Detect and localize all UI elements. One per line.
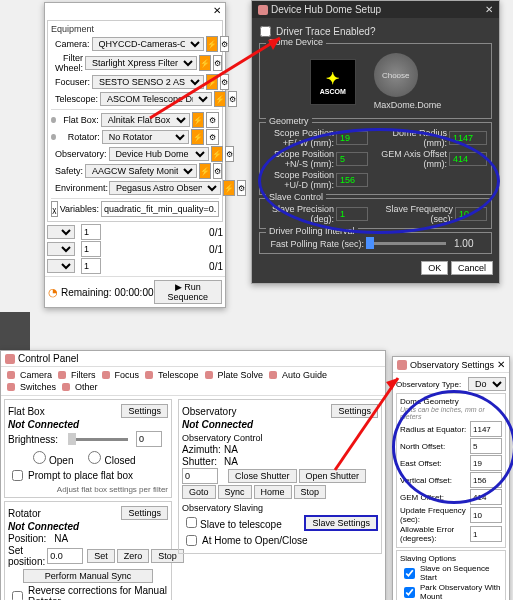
obs-status: Not Connected — [182, 419, 378, 430]
slave-telescope-checkbox[interactable]: Slave to telescope — [182, 514, 282, 531]
home-button[interactable]: Home — [254, 485, 292, 499]
ascom-logo[interactable]: ✦ASCOM — [310, 59, 356, 105]
os-input[interactable] — [470, 438, 502, 454]
set-button[interactable]: Set — [87, 549, 115, 563]
settings-icon[interactable]: ⚙ — [225, 146, 234, 162]
seq-num-2[interactable] — [81, 241, 101, 257]
obs-settings-button[interactable]: Settings — [331, 404, 378, 418]
goto-button[interactable]: Goto — [182, 485, 216, 499]
eq-select[interactable]: Starlight Xpress Filter Wheel — [85, 56, 197, 70]
eq-select[interactable]: Device Hub Dome — [109, 147, 209, 161]
os-input[interactable] — [470, 489, 502, 505]
settings-icon[interactable]: ⚙ — [237, 180, 246, 196]
open-radio[interactable]: Open — [28, 448, 73, 466]
connect-icon[interactable]: ⚡ — [206, 74, 218, 90]
sync-button[interactable]: Sync — [218, 485, 252, 499]
os-input[interactable] — [470, 421, 502, 437]
zero-button[interactable]: Zero — [117, 549, 150, 563]
flatbox-status: Not Connected — [8, 419, 168, 430]
variables-input[interactable] — [101, 201, 219, 217]
os-input[interactable] — [470, 472, 502, 488]
observatory-settings-panel: Observatory Settings✕ Observatory Type:D… — [392, 356, 510, 600]
seq-select-2[interactable] — [47, 242, 75, 256]
prompt-checkbox[interactable]: Prompt to place flat box — [8, 467, 168, 484]
tab-other[interactable]: Other — [59, 381, 101, 393]
poll-slider[interactable] — [366, 242, 446, 245]
connect-icon[interactable]: ⚡ — [191, 129, 204, 145]
connect-icon[interactable]: ⚡ — [192, 112, 205, 128]
close-icon[interactable]: ✕ — [213, 5, 221, 16]
connect-icon[interactable]: ⚡ — [211, 146, 223, 162]
eq-select[interactable]: Alnitak Flat Box — [101, 113, 190, 127]
os-input[interactable] — [470, 507, 502, 523]
brightness-slider[interactable] — [68, 438, 128, 441]
rotator-settings-button[interactable]: Settings — [121, 506, 168, 520]
choose-button[interactable]: Choose — [374, 53, 418, 97]
manual-sync-button[interactable]: Perform Manual Sync — [23, 569, 153, 583]
connect-icon[interactable]: ⚡ — [206, 36, 218, 52]
eq-label: Focuser: — [55, 77, 90, 87]
settings-icon[interactable]: ⚙ — [228, 91, 237, 107]
athome-checkbox[interactable]: At Home to Open/Close — [182, 532, 378, 549]
closed-radio[interactable]: Closed — [83, 448, 135, 466]
settings-icon[interactable]: ⚙ — [213, 55, 222, 71]
ew-input[interactable] — [336, 131, 368, 145]
connect-icon[interactable]: ⚡ — [199, 163, 211, 179]
status-dot — [51, 134, 56, 140]
slave-settings-button[interactable]: Slave Settings — [304, 515, 378, 531]
seq-num-3[interactable] — [81, 258, 101, 274]
os-opt-checkbox[interactable]: Park Observatory With Mount — [400, 583, 502, 600]
frequency-input[interactable] — [455, 207, 487, 221]
os-input[interactable] — [470, 526, 502, 542]
settings-icon[interactable]: ⚙ — [206, 129, 219, 145]
close-icon[interactable]: ✕ — [485, 4, 493, 15]
obs-stop-button[interactable]: Stop — [294, 485, 327, 499]
brightness-input[interactable] — [136, 431, 162, 447]
tab-filters[interactable]: Filters — [55, 369, 99, 381]
tab-focus[interactable]: Focus — [99, 369, 143, 381]
units-label: Units can be inches, mm or meters — [400, 406, 502, 420]
eq-select[interactable]: Pegasus Astro Observing Cc — [109, 181, 221, 195]
poll-value: 1.00 — [454, 238, 473, 249]
reverse-checkbox[interactable]: Reverse corrections for Manual Rotator — [8, 585, 168, 600]
setpos-input[interactable] — [47, 548, 83, 564]
settings-icon[interactable]: ⚙ — [206, 112, 219, 128]
tab-switches[interactable]: Switches — [4, 381, 59, 393]
rotator-group: RotatorSettings Not Connected Position:N… — [4, 501, 172, 600]
eq-select[interactable]: No Rotator — [102, 130, 190, 144]
close-shutter-button[interactable]: Close Shutter — [228, 469, 297, 483]
flatbox-settings-button[interactable]: Settings — [121, 404, 168, 418]
connect-icon[interactable]: ⚡ — [199, 55, 211, 71]
obs-val-input[interactable] — [182, 468, 218, 484]
equipment-panel: ✕ Equipment Camera:QHYCCD-Cameras-Captur… — [44, 2, 226, 308]
settings-icon[interactable]: ⚙ — [220, 36, 229, 52]
run-sequence-button[interactable]: ▶ Run Sequence — [154, 280, 222, 304]
tab-telescope[interactable]: Telescope — [142, 369, 202, 381]
connect-icon[interactable]: ⚡ — [214, 91, 226, 107]
connect-icon[interactable]: ⚡ — [223, 180, 235, 196]
cancel-button[interactable]: Cancel — [451, 261, 493, 275]
tab-plate-solve[interactable]: Plate Solve — [202, 369, 267, 381]
settings-icon[interactable]: ⚙ — [220, 74, 229, 90]
open-shutter-button[interactable]: Open Shutter — [299, 469, 367, 483]
eq-select[interactable]: QHYCCD-Cameras-Capture — [92, 37, 204, 51]
ok-button[interactable]: OK — [421, 261, 448, 275]
obs-type-select[interactable]: Dome — [468, 377, 506, 391]
eq-select[interactable]: ASCOM Telescope Driver fo — [100, 92, 212, 106]
settings-icon[interactable]: ⚙ — [213, 163, 222, 179]
ud-input[interactable] — [336, 173, 368, 187]
seq-select-1[interactable] — [47, 225, 75, 239]
os-opt-checkbox[interactable]: Slave on Sequence Start — [400, 564, 502, 582]
radius-input[interactable] — [449, 131, 487, 145]
ns-input[interactable] — [336, 152, 368, 166]
os-input[interactable] — [470, 455, 502, 471]
eq-select[interactable]: AAGCW Safety Monitor — [85, 164, 197, 178]
precision-input[interactable] — [336, 207, 368, 221]
tab-auto-guide[interactable]: Auto Guide — [266, 369, 330, 381]
seq-num-1[interactable] — [81, 224, 101, 240]
tab-camera[interactable]: Camera — [4, 369, 55, 381]
seq-select-3[interactable] — [47, 259, 75, 273]
close-icon[interactable]: ✕ — [497, 359, 505, 370]
eq-select[interactable]: SESTO SENSO 2 ASCOM c — [92, 75, 204, 89]
gem-input[interactable] — [449, 152, 487, 166]
